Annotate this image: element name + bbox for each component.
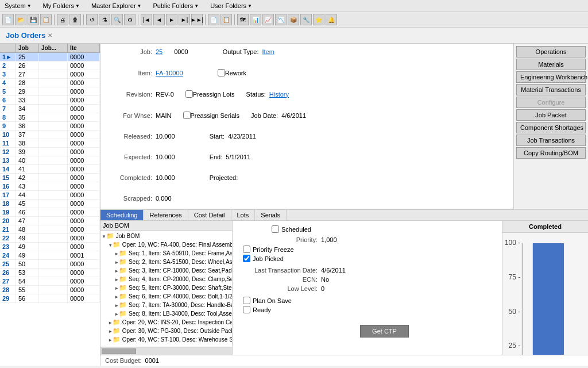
action-btn-material-transactions[interactable]: Material Transactions	[516, 84, 586, 95]
get-ctp-button[interactable]: Get CTP	[360, 325, 409, 338]
toolbar-extra8[interactable]: 🔔	[326, 14, 337, 25]
grid-row[interactable]: 24 49 0001	[0, 251, 100, 260]
tab-lots[interactable]: Lots	[231, 210, 256, 220]
grid-row[interactable]: 15 42 0000	[0, 174, 100, 182]
preassign-serials-checkbox[interactable]	[183, 112, 191, 119]
grid-row[interactable]: 7 34 0000	[0, 105, 100, 113]
menu-masterexplorer[interactable]: Master Explorer ▼	[89, 1, 144, 10]
grid-row[interactable]: 29 56 0000	[0, 294, 100, 303]
bom-tree-item[interactable]: ►📁 Oper: 20, WC: INS-20, Desc: Inspectio…	[102, 318, 231, 327]
grid-row[interactable]: 19 46 0000	[0, 208, 100, 217]
tab-scheduling[interactable]: Scheduling	[100, 210, 144, 220]
grid-row[interactable]: 10 37 0000	[0, 131, 100, 139]
grid-row[interactable]: 3 27 0000	[0, 70, 100, 79]
bom-tree-item[interactable]: ►📁 Seq: 6, Item: CP-40000, Desc: Bolt,1-…	[102, 292, 231, 301]
bom-tree-item[interactable]: ►📁 Seq: 1, Item: SA-50910, Desc: Frame,A…	[102, 249, 231, 258]
grid-row[interactable]: 12 39 0000	[0, 148, 100, 156]
status-value[interactable]: History	[269, 91, 289, 98]
bom-tree-item[interactable]: ►📁 Oper: 30, WC: PG-300, Desc: Outside P…	[102, 327, 231, 335]
toolbar-last[interactable]: ►►|	[191, 14, 203, 25]
toolbar-paste[interactable]: 📋	[220, 14, 232, 25]
grid-row[interactable]: 17 44 0000	[0, 191, 100, 200]
grid-row[interactable]: 13 40 0000	[0, 156, 100, 165]
action-btn-job-transactions[interactable]: Job Transactions	[516, 135, 586, 146]
grid-row[interactable]: 1► 25 0000	[0, 53, 100, 62]
scheduled-checkbox[interactable]	[272, 225, 279, 233]
toolbar-extra1[interactable]: 🗺	[237, 14, 249, 25]
toolbar-next[interactable]: ►|	[179, 14, 190, 25]
toolbar-save[interactable]: 💾	[28, 14, 39, 25]
priority-freeze-checkbox[interactable]	[243, 246, 250, 253]
bom-tree-item[interactable]: ►📁 Seq: 5, Item: CP-30000, Desc: Shaft,S…	[102, 283, 231, 292]
bom-tree-item[interactable]: ►📁 Seq: 4, Item: CP-20000, Desc: Clamp,S…	[102, 275, 231, 283]
item-value[interactable]: FA-10000	[156, 70, 183, 76]
ready-checkbox[interactable]	[243, 306, 250, 313]
toolbar-filter[interactable]: ⚗	[99, 14, 110, 25]
bom-tree-item[interactable]: ►📁 Seq: 7, Item: TA-30000, Desc: Handle-…	[102, 301, 231, 309]
rework-checkbox[interactable]	[218, 69, 225, 76]
grid-row[interactable]: 9 36 0000	[0, 122, 100, 131]
job-picked-checkbox[interactable]	[243, 255, 250, 262]
preassign-lots-checkbox[interactable]	[185, 90, 193, 98]
bom-tree-item[interactable]: ▼📁 Oper: 10, WC: FA-400, Desc: Final Ass…	[102, 240, 231, 249]
toolbar-new[interactable]: 📄	[2, 14, 14, 25]
toolbar-delete[interactable]: 🗑	[69, 14, 81, 25]
toolbar-extra7[interactable]: ⭐	[313, 14, 324, 25]
grid-row[interactable]: 5 29 0000	[0, 87, 100, 96]
toolbar-refresh[interactable]: ↺	[86, 14, 98, 25]
grid-row[interactable]: 28 55 0000	[0, 286, 100, 294]
grid-row[interactable]: 16 43 0000	[0, 182, 100, 191]
grid-row[interactable]: 18 45 0000	[0, 200, 100, 208]
toolbar-extra5[interactable]: 📦	[288, 14, 299, 25]
grid-row[interactable]: 22 49 0000	[0, 234, 100, 243]
toolbar-first[interactable]: |◄	[141, 14, 152, 25]
action-btn-engineering-workbench[interactable]: Engineering Workbench	[516, 71, 586, 83]
toolbar-search[interactable]: 🔍	[111, 14, 123, 25]
bom-scroll-thumb[interactable]	[102, 348, 136, 354]
toolbar-extra2[interactable]: 📊	[250, 14, 261, 25]
bom-body[interactable]: ▼📁 Job BOM ▼📁 Oper: 10, WC: FA-400, Desc…	[100, 231, 232, 347]
grid-row[interactable]: 27 54 0000	[0, 277, 100, 286]
bom-tree-item[interactable]: ►📁 Oper: 40, WC: ST-100, Desc: Warehouse…	[102, 335, 231, 344]
grid-row[interactable]: 11 38 0000	[0, 139, 100, 148]
toolbar-extra4[interactable]: 📉	[275, 14, 287, 25]
bom-tree-item[interactable]: ►📁 Seq: 2, Item: SA-51500, Desc: Wheel,A…	[102, 258, 231, 266]
grid-row[interactable]: 26 53 0000	[0, 269, 100, 277]
action-btn-configure[interactable]: Configure	[516, 97, 586, 108]
grid-row[interactable]: 4 28 0000	[0, 79, 100, 87]
toolbar-extra3[interactable]: 📈	[262, 14, 274, 25]
action-btn-copy-routing-bom[interactable]: Copy Routing/BOM	[516, 147, 586, 159]
bom-tree-item[interactable]: ►📁 Seq: 8, Item: LB-34000, Desc: Tool,As…	[102, 309, 231, 318]
job-value[interactable]: 25	[156, 48, 163, 55]
tab-references[interactable]: References	[144, 210, 188, 220]
grid-row[interactable]: 25 50 0000	[0, 260, 100, 269]
action-btn-job-packet[interactable]: Job Packet	[516, 109, 586, 121]
menu-userfolders[interactable]: User Folders ▼	[208, 1, 254, 10]
plan-on-save-checkbox[interactable]	[243, 297, 250, 304]
tab-close-icon[interactable]: ✕	[48, 32, 52, 39]
toolbar-btn10[interactable]: ⚙	[124, 14, 136, 25]
grid-row[interactable]: 8 35 0000	[0, 113, 100, 122]
toolbar-btn4[interactable]: 📋	[40, 14, 52, 25]
toolbar-play[interactable]: ►	[166, 14, 177, 25]
menu-myfolders[interactable]: My Folders ▼	[41, 1, 82, 10]
action-btn-operations[interactable]: Operations	[516, 46, 586, 57]
toolbar-open[interactable]: 📂	[15, 14, 26, 25]
grid-row[interactable]: 23 49 0000	[0, 243, 100, 251]
toolbar-prev[interactable]: ◄	[153, 14, 165, 25]
bom-tree-item[interactable]: ▼📁 Job BOM	[102, 232, 231, 240]
action-btn-materials[interactable]: Materials	[516, 59, 586, 70]
menu-publicfolders[interactable]: Public Folders ▼	[151, 1, 202, 10]
toolbar-extra6[interactable]: 🔧	[300, 14, 312, 25]
grid-row[interactable]: 2 26 0000	[0, 62, 100, 70]
toolbar-copy[interactable]: 📄	[208, 14, 219, 25]
grid-row[interactable]: 14 41 0000	[0, 165, 100, 174]
output-type-value[interactable]: Item	[262, 48, 274, 55]
menu-system[interactable]: System ▼	[2, 1, 34, 10]
action-btn-component-shortages[interactable]: Component Shortages	[516, 122, 586, 133]
grid-row[interactable]: 21 48 0000	[0, 225, 100, 234]
toolbar-print[interactable]: 🖨	[57, 14, 68, 25]
bom-tree-item[interactable]: ►📁 Seq: 3, Item: CP-10000, Desc: Seat,Pa…	[102, 266, 231, 275]
grid-row[interactable]: 6 33 0000	[0, 96, 100, 105]
grid-row[interactable]: 20 47 0000	[0, 217, 100, 225]
